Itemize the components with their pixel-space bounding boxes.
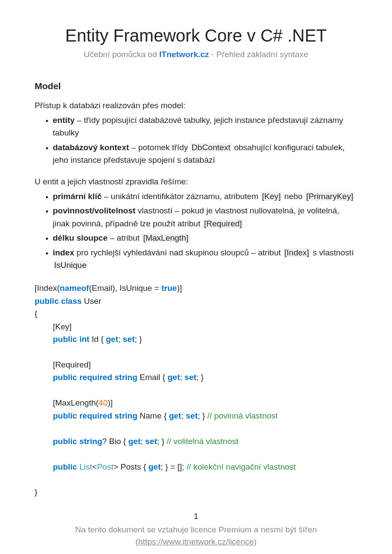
text: nebo [282,192,305,201]
list-item: povinnost/volitelnost vlastností – pokud… [53,204,357,230]
code-primarykey: [PrimaryKey] [305,192,355,201]
subtitle-post: - Přehled základní syntaxe [209,50,308,59]
footer-url[interactable]: https://www.itnetwork.cz/licence [138,537,254,546]
term-primary-key: primární klíč [53,192,102,201]
code-comment: // kolekční navigační vlastnost [186,462,296,471]
code-text: ; } [196,373,204,382]
code-keyword: public string [53,437,102,446]
footer: Na tento dokument se vztahuje licence Pr… [35,524,357,548]
page-number: 1 [35,512,357,521]
code-block-user-class: [Index(nameof(Email), IsUnique = true)] … [35,282,357,498]
code-keyword: get [148,462,161,471]
code-dbcontext: DbContext [190,143,232,152]
code-text: ; [118,335,123,344]
code-keyword: public required string [53,411,137,420]
code-keyword: public required string [53,373,137,382]
code-keyword: public [53,462,77,471]
code-keyword: set [123,335,135,344]
code-comment: // povinná vlastnost [207,411,278,420]
code-text: Name { [138,411,169,420]
section-heading-model: Model [35,81,357,91]
code-text: ; [181,411,186,420]
code-text: > Posts { [113,462,148,471]
code-text: } [35,487,37,496]
code-text [35,437,53,446]
code-text: { [35,309,37,318]
paragraph-entity-intro: U entit a jejich vlastností zpravidla ře… [35,177,357,187]
code-text [35,335,53,344]
list-model: entity – třídy popisující databázové tab… [35,114,357,167]
list-entity-props: primární klíč – unikátní identifikátor z… [35,190,357,272]
code-text: [MaxLength( [35,398,99,407]
code-text: ; [180,373,185,382]
code-keyword: nameof [60,283,89,293]
code-keyword: set [145,437,157,446]
code-text: )] [177,283,182,293]
footer-paren-close: ) [254,537,257,546]
code-text: User [82,296,101,306]
code-keyword: get [167,373,180,382]
code-text: ; } [198,411,207,420]
code-text [35,411,53,420]
code-text: )] [108,398,113,407]
code-text [35,462,53,471]
code-text: Id { [90,335,106,344]
code-text: ; } [135,335,142,344]
code-type: Post [97,462,113,471]
term-entity: entity [53,116,75,125]
code-type: List [79,462,92,471]
list-item: délku sloupce – atribut [MaxLength] [53,232,357,244]
list-item: index pro rychlejší vyhledávání nad skup… [53,246,357,272]
list-item: entity – třídy popisující databázové tab… [53,114,357,139]
text: – atribut [108,233,142,242]
text: s vlastností [310,248,353,257]
text: – třídy popisující databázové tabulky, j… [53,116,343,137]
subtitle-pre: Učební pomůcka od [84,50,159,59]
term-dbcontext: databázový kontext [53,143,129,152]
code-keyword: set [186,411,197,420]
code-keyword: get [106,335,119,344]
code-text: [Index( [35,283,60,293]
code-text: ; [141,437,145,446]
code-text: (Email), IsUnique = [89,283,161,293]
code-keyword: true [161,283,177,293]
code-text: [Key] [35,322,72,331]
code-keyword: public class [35,296,82,306]
code-text: [Required] [35,360,91,369]
text: pro rychlejší vyhledávání nad skupinou s… [74,248,283,257]
subtitle-link[interactable]: ITnetwork.cz [159,50,209,59]
paragraph-model-intro: Přístup k databázi realizován přes model… [35,101,357,110]
code-text [35,373,53,382]
code-number: 40 [99,398,108,407]
code-keyword: public int [53,335,89,344]
code-text: ? Bio { [102,437,128,446]
code-keyword: get [169,411,181,420]
code-text: < [92,462,97,471]
code-index: [Index] [283,248,310,257]
code-text: ; } = []; [161,462,186,471]
list-item: primární klíč – unikátní identifikátor z… [53,190,357,203]
term-index: index [53,248,74,257]
code-maxlength: [MaxLength] [142,233,190,242]
code-key: [Key] [261,192,282,201]
code-keyword: get [128,437,141,446]
code-isunique: IsUnique [53,261,88,270]
list-item: databázový kontext – potomek třídy DbCon… [53,141,357,167]
code-text: Email { [138,373,168,382]
page-title: Entity Framework Core v C# .NET [35,26,357,45]
text: – potomek třídy [129,143,190,152]
subtitle: Učební pomůcka od ITnetwork.cz - Přehled… [35,50,357,59]
term-required: povinnost/volitelnost [53,206,135,215]
footer-text: Na tento dokument se vztahuje licence Pr… [75,525,317,534]
text: – unikátní identifikátor záznamu, atribu… [102,192,261,201]
code-required: [Required] [202,219,243,228]
code-keyword: set [184,373,196,382]
code-text: ; } [157,437,167,446]
code-comment: // volitelná vlastnost [167,437,238,446]
term-length: délku sloupce [53,233,108,242]
